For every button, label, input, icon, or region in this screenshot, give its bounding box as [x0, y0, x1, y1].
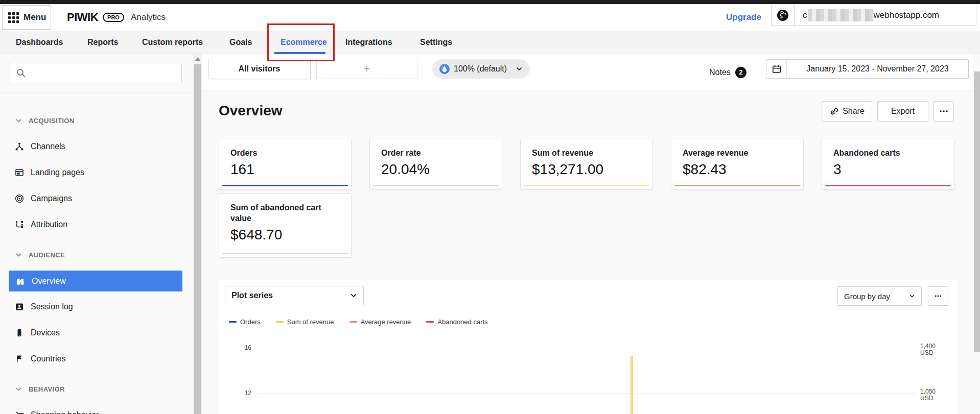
group-by-dropdown[interactable]: Group by day — [837, 286, 922, 306]
metric-label: Orders — [230, 148, 340, 158]
legend-item-sum-of-revenue[interactable]: Sum of revenue — [276, 318, 334, 326]
devices-icon — [14, 328, 25, 338]
sampling-selector[interactable]: 100% (default) — [432, 59, 530, 79]
search-input[interactable] — [27, 69, 181, 78]
metric-value: 3 — [833, 161, 943, 178]
y-axis-tick-right: 1,400 USD — [920, 343, 936, 356]
y-axis-tick-left: 12 — [233, 389, 251, 397]
sidebar-item-devices[interactable]: Devices — [0, 323, 193, 343]
chevron-down-icon — [516, 65, 523, 72]
metric-label: Sum of abandoned cart value — [230, 202, 340, 224]
sampling-icon — [439, 64, 450, 74]
notes-count-badge: 2 — [735, 67, 746, 78]
sidebar-item-campaigns[interactable]: Campaigns — [0, 188, 193, 209]
tab-integrations[interactable]: Integrations — [345, 31, 392, 54]
legend-swatch — [276, 321, 284, 323]
scroll-up-arrow-icon[interactable] — [195, 57, 200, 61]
site-selector[interactable]: c webhostapp.com — [795, 5, 976, 26]
product-name: Analytics — [131, 12, 166, 22]
more-options-icon — [935, 295, 942, 298]
chevron-down-icon — [909, 293, 915, 299]
y-axis-tick-left: 16 — [233, 344, 251, 351]
calendar-cell — [766, 60, 787, 78]
section-acquisition[interactable]: ACQUISITION — [0, 115, 75, 126]
sidebar-item-countries[interactable]: Countries — [0, 349, 193, 369]
module-nav: Dashboards Reports Custom reports Goals … — [0, 31, 980, 54]
calendar-icon — [772, 64, 782, 74]
app-header: Menu PIWIK PRO Analytics Upgrade c webho… — [0, 4, 980, 31]
metric-accent-bar — [373, 185, 499, 186]
search-icon — [15, 67, 27, 79]
channels-icon — [14, 141, 25, 152]
metric-accent-bar — [674, 185, 800, 186]
add-segment-button[interactable]: + — [316, 59, 417, 79]
sidebar-item-shopping-behavior[interactable]: Shopping behavior — [0, 405, 193, 414]
chevron-down-icon — [15, 252, 22, 258]
section-audience[interactable]: AUDIENCE — [0, 250, 65, 260]
plot-series-dropdown[interactable]: Plot series — [225, 286, 364, 305]
attribution-icon — [14, 220, 25, 230]
tab-dashboards[interactable]: Dashboards — [16, 31, 63, 54]
segment-all-visitors[interactable]: All visitors — [208, 59, 311, 79]
sidebar-item-landing-pages[interactable]: Landing pages — [0, 162, 193, 183]
domain-suffix: webhostapp.com — [874, 10, 940, 20]
menu-button[interactable]: Menu — [2, 5, 51, 30]
metric-value: $13,271.00 — [532, 161, 641, 178]
date-range-picker[interactable]: January 15, 2023 - November 27, 2023 — [766, 59, 969, 79]
chart-more-options-button[interactable] — [928, 286, 948, 306]
tab-reports[interactable]: Reports — [87, 31, 118, 54]
metric-card-sum-of-abandoned-cart-value: Sum of abandoned cart value $648.70 — [219, 193, 352, 258]
sidebar-scrollbar-thumb[interactable] — [194, 64, 201, 414]
menu-label: Menu — [24, 12, 46, 22]
more-options-button[interactable] — [934, 101, 954, 121]
sidebar-item-overview[interactable]: Overview — [9, 271, 182, 291]
more-options-icon — [939, 110, 948, 113]
metric-accent-bar — [524, 185, 649, 186]
export-button[interactable]: Export — [877, 101, 928, 121]
link-icon — [829, 107, 838, 116]
revenue-spike-series — [631, 356, 633, 414]
sidebar-search[interactable] — [10, 63, 182, 83]
chart-legend: Orders Sum of revenue Average revenue Ab… — [229, 315, 488, 328]
legend-swatch — [349, 321, 357, 323]
notes-button[interactable]: Notes 2 — [709, 54, 746, 90]
gridline — [258, 348, 915, 348]
legend-item-average-revenue[interactable]: Average revenue — [349, 318, 411, 326]
chevron-down-icon — [350, 292, 357, 299]
metric-card-order-rate: Order rate 20.04% — [369, 139, 502, 190]
domain-prefix: c — [803, 10, 807, 20]
metric-card-orders: Orders 161 — [219, 139, 352, 190]
section-behavior[interactable]: BEHAVIOR — [0, 384, 65, 394]
sidebar-item-channels[interactable]: Channels — [0, 136, 193, 157]
tab-settings[interactable]: Settings — [420, 31, 452, 54]
gridline — [258, 393, 915, 394]
sidebar-item-session-log[interactable]: Session log — [0, 297, 193, 317]
sidebar-item-attribution[interactable]: Attribution — [0, 214, 193, 235]
legend-item-abandoned-carts[interactable]: Abandoned carts — [426, 318, 487, 326]
page-title: Overview — [219, 103, 283, 119]
upgrade-link[interactable]: Upgrade — [726, 4, 761, 31]
tab-custom-reports[interactable]: Custom reports — [142, 31, 203, 54]
metric-label: Average revenue — [683, 148, 792, 158]
landing-pages-icon — [14, 167, 25, 178]
metric-value: $82.43 — [683, 161, 792, 178]
session-log-icon — [14, 302, 25, 312]
legend-swatch — [229, 321, 237, 323]
sidebar-scrollbar[interactable] — [193, 54, 202, 414]
main-area: All visitors + 100% (default) Notes 2 — [202, 54, 973, 414]
page-scrollbar-thumb[interactable] — [974, 71, 980, 352]
share-button[interactable]: Share — [822, 101, 872, 121]
metric-label: Abandoned carts — [833, 148, 943, 158]
tab-goals[interactable]: Goals — [229, 31, 252, 54]
metric-label: Order rate — [381, 148, 491, 158]
report-sidebar: ACQUISITION Channels Landing pages Cam — [0, 54, 193, 414]
date-range-text: January 15, 2023 - November 27, 2023 — [787, 60, 968, 78]
page-scrollbar[interactable] — [973, 54, 980, 414]
chevron-down-icon — [15, 386, 22, 393]
legend-item-orders[interactable]: Orders — [229, 318, 261, 326]
app-window: Menu PIWIK PRO Analytics Upgrade c webho… — [0, 0, 980, 414]
campaigns-icon — [14, 193, 25, 204]
tab-ecommerce[interactable]: Ecommerce — [281, 31, 327, 54]
brand-name: PIWIK — [67, 11, 98, 24]
site-globe-button[interactable] — [771, 5, 795, 26]
